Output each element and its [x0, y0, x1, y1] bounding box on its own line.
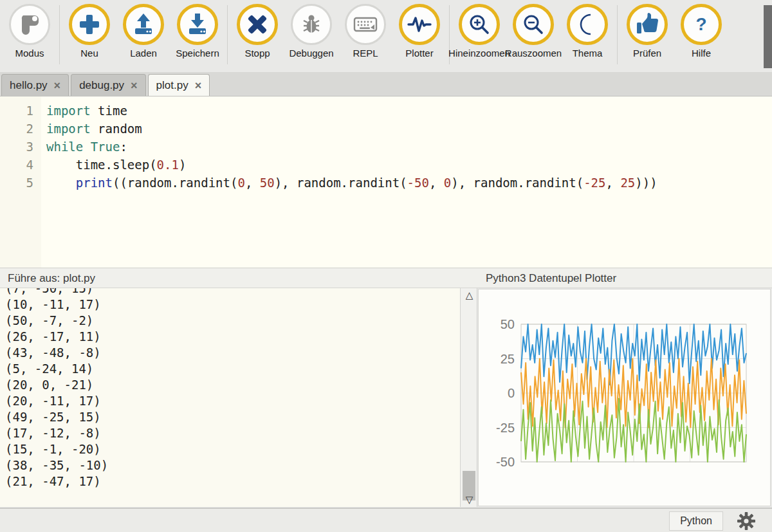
svg-text:?: ? [695, 14, 706, 34]
stop-icon [237, 4, 278, 45]
check-icon [627, 4, 668, 45]
output-tuple-line: (49, -25, 15) [5, 409, 460, 425]
tab-label: plot.py [156, 79, 188, 92]
tab-hello-py[interactable]: hello.py× [1, 74, 69, 96]
debug-icon [291, 4, 332, 45]
tab-close-icon[interactable]: × [195, 80, 202, 91]
new-icon [69, 4, 110, 45]
tab-label: hello.py [10, 79, 48, 92]
debuggen-button[interactable]: Debuggen [284, 4, 338, 59]
gear-icon [737, 511, 756, 531]
toolbar-button-label: REPL [353, 48, 378, 59]
svg-text:0: 0 [508, 386, 515, 400]
toolbar-button-label: Prüfen [633, 48, 661, 59]
svg-text:25: 25 [501, 352, 515, 366]
toolbar-separator [617, 5, 618, 64]
output-scrollbar[interactable]: △ ▽ [460, 288, 477, 507]
speichern-button[interactable]: Speichern [170, 4, 225, 59]
output-tuple-line: (43, -48, -8) [5, 345, 460, 361]
toolbar-button-label: Speichern [176, 48, 219, 59]
load-icon [123, 4, 164, 45]
zoom-in-icon [459, 4, 500, 45]
code-text: while True: [46, 138, 127, 156]
code-text: import random [46, 120, 142, 138]
repl-button[interactable]: REPL [338, 4, 392, 59]
repl-icon [345, 4, 386, 45]
editor-tab-bar: hello.py×debug.py×plot.py× [0, 72, 772, 96]
toolbar-button-label: Hineinzoomen [448, 48, 510, 59]
line-number: 1 [0, 102, 33, 120]
svg-text:-50: -50 [496, 455, 515, 469]
modus-button[interactable]: Modus [3, 4, 57, 59]
code-text: print((random.randint(0, 50), random.ran… [46, 174, 657, 192]
shell-output-panel[interactable]: (7, -50, 15)(10, -11, 17)(50, -7, -2)(26… [0, 288, 460, 507]
code-line[interactable]: 2import random [0, 120, 772, 138]
tab-plot-py[interactable]: plot.py× [148, 74, 210, 96]
toolbar-button-label: Hilfe [692, 48, 711, 59]
rauszoomen-button[interactable]: Rauszoomen [506, 4, 560, 59]
toolbar-button-label: Laden [130, 48, 157, 59]
plotter-button[interactable]: Plotter [392, 4, 446, 59]
toolbar-button-label: Rauszoomen [505, 48, 562, 59]
line-number: 3 [0, 138, 33, 156]
code-line[interactable]: 3while True: [0, 138, 772, 156]
toolbar-separator [59, 5, 60, 64]
toolbar-button-label: Thema [573, 48, 603, 59]
thema-button[interactable]: Thema [560, 4, 614, 59]
zoom-out-icon [513, 4, 554, 45]
output-tuple-line: (20, -11, 17) [5, 393, 460, 409]
run-output-title: Führe aus: plot.py [8, 272, 95, 285]
toolbar-button-label: Stopp [244, 48, 270, 59]
bottom-panel-headers: Führe aus: plot.py Python3 Datentupel Pl… [0, 268, 772, 288]
code-text: import time [46, 102, 127, 120]
svg-text:-25: -25 [496, 421, 515, 435]
toolbar-button-label: Modus [15, 48, 44, 59]
output-tuple-line: (38, -35, -10) [5, 457, 460, 473]
output-tuple-line: (10, -11, 17) [5, 297, 460, 313]
output-tuple-line: (26, -17, 11) [5, 329, 460, 345]
interpreter-button[interactable]: Python [669, 511, 723, 531]
code-line[interactable]: 4 time.sleep(0.1) [0, 156, 772, 174]
hineinzoomen-button[interactable]: Hineinzoomen [452, 4, 506, 59]
output-tuple-line: (7, -50, 15) [5, 288, 460, 297]
vertical-scrollbar-thumb[interactable] [764, 5, 772, 68]
plotter-chart: 50250-25-50 [478, 289, 771, 506]
toolbar-button-label: Debuggen [289, 48, 333, 59]
line-number: 4 [0, 156, 33, 174]
output-tuple-line: (15, -1, -20) [5, 441, 460, 457]
output-tuple-line: (17, -12, -8) [5, 425, 460, 441]
tab-label: debug.py [79, 79, 124, 92]
neu-button[interactable]: Neu [62, 4, 116, 59]
code-line[interactable]: 5 print((random.randint(0, 50), random.r… [0, 174, 772, 192]
toolbar-button-label: Neu [80, 48, 98, 59]
interpreter-label: Python [680, 515, 712, 527]
plotter-icon [399, 4, 440, 45]
output-tuple-line: (50, -7, -2) [5, 313, 460, 329]
output-tuple-line: (5, -24, 14) [5, 361, 460, 377]
settings-button[interactable] [730, 510, 763, 532]
status-bar: Python [0, 508, 772, 532]
hilfe-button[interactable]: ?Hilfe [674, 4, 728, 59]
tab-close-icon[interactable]: × [54, 80, 61, 91]
pr-fen-button[interactable]: Prüfen [620, 4, 674, 59]
toolbar-separator [227, 5, 228, 64]
mode-icon [9, 4, 50, 45]
save-icon [177, 4, 218, 45]
stopp-button[interactable]: Stopp [230, 4, 284, 59]
scroll-up-icon[interactable]: △ [461, 289, 478, 301]
scroll-down-icon[interactable]: ▽ [461, 494, 478, 506]
plotter-title: Python3 Datentupel Plotter [486, 272, 616, 285]
output-tuple-line: (21, -47, 17) [5, 473, 460, 490]
output-tuple-line: (20, 0, -21) [5, 377, 460, 393]
code-line[interactable]: 1import time [0, 102, 772, 120]
tab-debug-py[interactable]: debug.py× [71, 74, 145, 96]
theme-icon [567, 4, 608, 45]
toolbar-button-label: Plotter [405, 48, 433, 59]
line-chart: 50250-25-50 [479, 289, 770, 506]
laden-button[interactable]: Laden [116, 4, 170, 59]
tab-close-icon[interactable]: × [131, 80, 138, 91]
code-editor[interactable]: 1import time2import random3while True:4 … [0, 96, 772, 268]
line-number: 5 [0, 174, 33, 192]
help-icon: ? [681, 4, 722, 45]
line-number: 2 [0, 120, 33, 138]
